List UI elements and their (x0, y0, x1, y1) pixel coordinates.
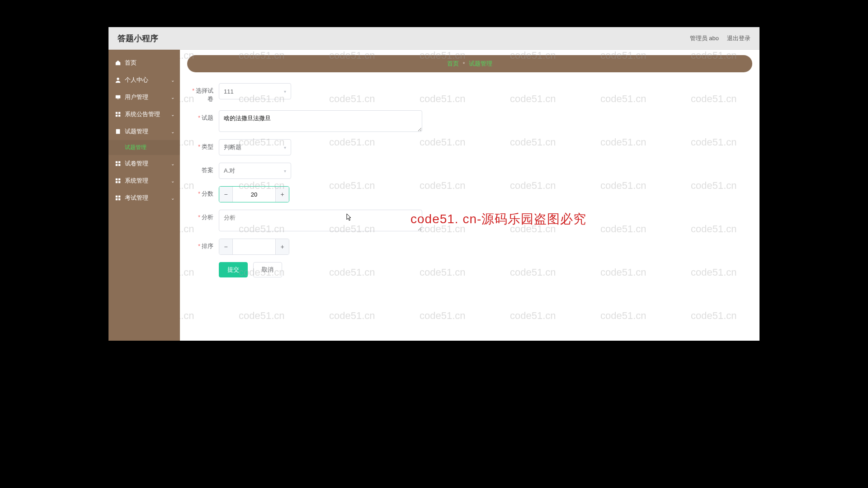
svg-rect-2 (117, 99, 119, 99)
chevron-down-icon: ⌄ (171, 178, 175, 183)
watermark-text: code51.cn (180, 310, 194, 322)
svg-rect-7 (116, 129, 120, 134)
analysis-textarea[interactable] (219, 210, 422, 231)
chevron-down-icon: ⌄ (171, 78, 175, 83)
score-stepper[interactable]: − + (219, 186, 289, 202)
svg-point-0 (117, 78, 119, 80)
sidebar-item-users[interactable]: 用户管理 ⌄ (108, 89, 180, 106)
sidebar-item-label: 试题管理 (125, 127, 148, 136)
label-question: 试题 (187, 110, 219, 122)
question-textarea[interactable] (219, 110, 422, 132)
breadcrumb-home[interactable]: 首页 (447, 60, 459, 68)
sidebar-item-papers[interactable]: 试卷管理 ⌄ (108, 155, 180, 172)
chevron-down-icon: ⌄ (171, 129, 175, 134)
sidebar-item-home[interactable]: 首页 (108, 54, 180, 71)
submit-button[interactable]: 提交 (219, 262, 248, 277)
svg-rect-12 (116, 178, 118, 180)
score-increment[interactable]: + (275, 187, 289, 202)
user-icon (115, 77, 121, 83)
app-window: 答题小程序 管理员 abo 退出登录 首页 个人中心 ⌄ (108, 27, 760, 341)
svg-rect-4 (118, 112, 120, 114)
grid-icon (115, 195, 121, 201)
select-type-value: 判断题 (224, 143, 241, 151)
label-score: 分数 (187, 186, 219, 198)
score-decrement[interactable]: − (219, 187, 233, 202)
sidebar-item-label: 系统公告管理 (125, 110, 160, 118)
watermark-text: code51.cn (329, 310, 375, 322)
svg-rect-8 (116, 161, 118, 163)
label-select-paper: 选择试卷 (187, 83, 219, 103)
breadcrumb-current: 试题管理 (469, 60, 492, 68)
row-answer: 答案 A.对 ▾ (187, 163, 752, 179)
doc-icon (115, 128, 121, 135)
watermark-text: code51.cn (239, 310, 285, 322)
header-bar: 答题小程序 管理员 abo 退出登录 (108, 27, 760, 50)
select-type[interactable]: 判断题 ▾ (219, 139, 291, 155)
header-right: 管理员 abo 退出登录 (690, 34, 750, 42)
sidebar-item-label: 试卷管理 (125, 160, 148, 168)
chevron-down-icon: ▾ (284, 145, 286, 150)
sidebar-item-exams[interactable]: 考试管理 ⌄ (108, 189, 180, 206)
sidebar-item-system[interactable]: 系统管理 ⌄ (108, 172, 180, 189)
label-analysis: 分析 (187, 210, 219, 221)
watermark-text: code51.cn (691, 310, 737, 322)
watermark-text: code51.cn (510, 310, 556, 322)
sidebar-item-label: 首页 (125, 59, 137, 67)
svg-rect-6 (118, 115, 120, 117)
row-analysis: 分析 (187, 210, 752, 231)
chevron-down-icon: ▾ (284, 89, 286, 94)
svg-rect-1 (116, 95, 121, 99)
select-answer[interactable]: A.对 ▾ (219, 163, 291, 179)
screen-icon (115, 94, 121, 100)
label-sort: 排序 (187, 239, 219, 250)
sort-input[interactable] (233, 239, 275, 254)
svg-rect-17 (118, 196, 120, 197)
select-paper[interactable]: 111 ▾ (219, 83, 291, 99)
main-area: 首页 个人中心 ⌄ 用户管理 ⌄ 系统公告管理 (108, 50, 760, 341)
sidebar-item-profile[interactable]: 个人中心 ⌄ (108, 71, 180, 89)
chevron-down-icon: ⌄ (171, 196, 175, 201)
row-select-paper: 选择试卷 111 ▾ (187, 83, 752, 103)
score-input[interactable] (233, 187, 275, 202)
row-score: 分数 − + (187, 186, 752, 202)
svg-rect-13 (118, 178, 120, 180)
row-question: 试题 (187, 110, 752, 132)
logout-link[interactable]: 退出登录 (727, 34, 750, 42)
question-form: 选择试卷 111 ▾ 试题 类型 判断题 ▾ (180, 72, 760, 288)
select-paper-value: 111 (224, 88, 234, 95)
label-type: 类型 (187, 139, 219, 151)
chevron-down-icon: ⌄ (171, 95, 175, 100)
grid-icon (115, 178, 121, 184)
svg-rect-3 (116, 112, 118, 114)
sidebar-item-label: 用户管理 (125, 93, 148, 101)
sidebar-item-label: 考试管理 (125, 194, 148, 202)
breadcrumb-sep: * (462, 61, 465, 67)
form-buttons: 提交 取消 (187, 262, 752, 277)
user-label[interactable]: 管理员 abo (690, 34, 719, 42)
content-panel: 首页 * 试题管理 选择试卷 111 ▾ 试题 类型 (180, 50, 760, 341)
watermark-text: code51.cn (600, 310, 646, 322)
svg-rect-16 (116, 196, 118, 197)
home-icon (115, 60, 121, 66)
svg-rect-15 (118, 181, 120, 183)
sidebar-item-announcements[interactable]: 系统公告管理 ⌄ (108, 106, 180, 123)
svg-rect-9 (118, 161, 120, 163)
sidebar-item-label: 系统管理 (125, 177, 148, 185)
chevron-down-icon: ▾ (284, 169, 286, 174)
sidebar: 首页 个人中心 ⌄ 用户管理 ⌄ 系统公告管理 (108, 50, 180, 341)
svg-rect-10 (116, 164, 118, 166)
svg-rect-18 (116, 198, 118, 200)
sidebar-subitem-questions[interactable]: 试题管理 (108, 140, 180, 155)
svg-rect-14 (116, 181, 118, 183)
svg-rect-19 (118, 198, 120, 200)
row-type: 类型 判断题 ▾ (187, 139, 752, 155)
breadcrumb: 首页 * 试题管理 (187, 55, 752, 72)
watermark-text: code51.cn (420, 310, 466, 322)
sort-decrement[interactable]: − (219, 239, 233, 254)
grid-icon (115, 111, 121, 117)
sort-stepper[interactable]: − + (219, 239, 289, 255)
sort-increment[interactable]: + (275, 239, 289, 254)
cancel-button[interactable]: 取消 (253, 262, 282, 277)
sidebar-item-questions[interactable]: 试题管理 ⌄ (108, 123, 180, 140)
grid-icon (115, 160, 121, 167)
